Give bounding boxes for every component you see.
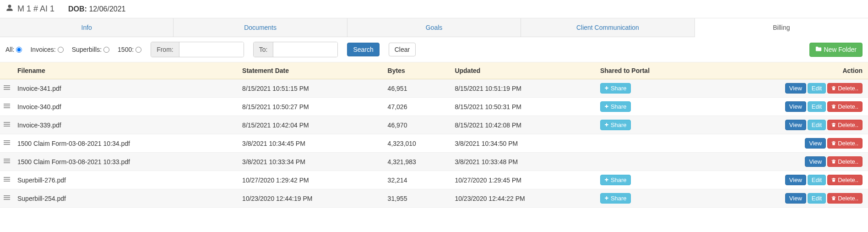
- tab-documents[interactable]: Documents: [174, 18, 347, 37]
- filter-radio-invoices[interactable]: Invoices:: [30, 46, 63, 53]
- cell-bytes: 46,970: [384, 116, 451, 134]
- view-button[interactable]: View: [785, 193, 806, 204]
- share-button[interactable]: Share: [600, 193, 631, 204]
- plus-icon: [604, 85, 609, 92]
- view-button[interactable]: View: [785, 83, 806, 94]
- view-button[interactable]: View: [805, 138, 826, 149]
- share-button[interactable]: Share: [600, 120, 631, 130]
- table-row: Invoice-341.pdf8/15/2021 10:51:15 PM46,9…: [0, 79, 868, 98]
- filter-radio-group: All:Invoices:Superbills:1500:: [5, 46, 141, 53]
- cell-updated: 8/15/2021 10:42:08 PM: [451, 116, 597, 134]
- filter-radio-input[interactable]: [136, 47, 141, 53]
- edit-button[interactable]: Edit: [808, 120, 826, 130]
- to-date-input[interactable]: [273, 42, 337, 57]
- column-header: Action: [703, 62, 868, 79]
- tab-billing[interactable]: Billing: [695, 18, 868, 37]
- tab-goals[interactable]: Goals: [347, 18, 521, 37]
- cell-statement_date: 8/15/2021 10:50:27 PM: [239, 98, 384, 116]
- drag-handle-cell: [0, 116, 14, 134]
- filter-radio-input[interactable]: [58, 47, 64, 53]
- edit-button[interactable]: Edit: [808, 83, 826, 94]
- drag-handle-icon[interactable]: [4, 103, 10, 109]
- table-row: Superbill-276.pdf10/27/2020 1:29:42 PM32…: [0, 171, 868, 189]
- cell-bytes: 4,323,010: [384, 134, 451, 153]
- cell-actions: View Delete..: [703, 134, 868, 153]
- view-button[interactable]: View: [785, 175, 806, 185]
- filter-radio-input[interactable]: [16, 47, 22, 53]
- cell-updated: 10/23/2020 12:44:22 PM: [451, 189, 597, 208]
- new-folder-button[interactable]: New Folder: [809, 43, 863, 57]
- filter-radio-superbills[interactable]: Superbills:: [72, 46, 109, 53]
- edit-button[interactable]: Edit: [808, 175, 826, 185]
- tab-client-communication[interactable]: Client Communication: [521, 18, 694, 37]
- view-button[interactable]: View: [785, 120, 806, 130]
- cell-filename: Superbill-276.pdf: [14, 171, 239, 189]
- client-name: M 1 # AI 1: [17, 4, 54, 14]
- plus-icon: [604, 195, 609, 202]
- cell-bytes: 47,026: [384, 98, 451, 116]
- view-button[interactable]: View: [805, 156, 826, 167]
- dob-value: 12/06/2021: [89, 5, 125, 13]
- from-date-input[interactable]: [179, 42, 244, 57]
- drag-handle-icon[interactable]: [4, 176, 10, 182]
- plus-icon: [604, 177, 609, 183]
- view-button[interactable]: View: [785, 101, 806, 112]
- filter-bar: All:Invoices:Superbills:1500: From: To: …: [0, 37, 868, 62]
- edit-button[interactable]: Edit: [808, 193, 826, 204]
- filter-radio-1500[interactable]: 1500:: [118, 46, 141, 53]
- to-label: To:: [254, 42, 274, 57]
- delete-button[interactable]: Delete..: [827, 120, 863, 130]
- delete-button[interactable]: Delete..: [827, 101, 863, 112]
- drag-handle-icon[interactable]: [4, 84, 10, 91]
- cell-statement_date: 3/8/2021 10:33:34 PM: [239, 153, 384, 171]
- filter-radio-all[interactable]: All:: [5, 46, 22, 53]
- folder-icon: [815, 46, 822, 54]
- filter-radio-input[interactable]: [103, 47, 109, 53]
- delete-button[interactable]: Delete..: [827, 193, 863, 204]
- trash-icon: [831, 103, 836, 110]
- cell-actions: ViewEdit Delete..: [703, 98, 868, 116]
- edit-button[interactable]: Edit: [808, 101, 826, 112]
- cell-filename: Invoice-339.pdf: [14, 116, 239, 134]
- filter-radio-label: Superbills:: [72, 46, 102, 53]
- cell-shared: [597, 153, 703, 171]
- drag-handle-icon[interactable]: [4, 121, 10, 127]
- cell-shared: Share: [597, 98, 703, 116]
- drag-handle-cell: [0, 171, 14, 189]
- drag-handle-cell: [0, 134, 14, 153]
- trash-icon: [831, 85, 836, 92]
- drag-handle-cell: [0, 98, 14, 116]
- cell-statement_date: 8/15/2021 10:42:04 PM: [239, 116, 384, 134]
- clear-button[interactable]: Clear: [389, 43, 416, 56]
- drag-handle-icon[interactable]: [4, 158, 10, 164]
- drag-handle-icon[interactable]: [4, 139, 10, 146]
- table-row: Superbill-254.pdf10/23/2020 12:44:19 PM3…: [0, 189, 868, 208]
- cell-filename: Superbill-254.pdf: [14, 189, 239, 208]
- delete-button[interactable]: Delete..: [827, 175, 863, 185]
- share-button[interactable]: Share: [600, 175, 631, 185]
- column-header: [0, 62, 14, 79]
- column-header: Shared to Portal: [597, 62, 703, 79]
- cell-statement_date: 3/8/2021 10:34:45 PM: [239, 134, 384, 153]
- from-date-wrap: From:: [151, 42, 244, 57]
- column-header: Updated: [451, 62, 597, 79]
- tab-info[interactable]: Info: [0, 18, 174, 37]
- trash-icon: [831, 195, 836, 202]
- trash-icon: [831, 158, 836, 165]
- cell-bytes: 4,321,983: [384, 153, 451, 171]
- delete-button[interactable]: Delete..: [827, 138, 863, 149]
- cell-shared: Share: [597, 171, 703, 189]
- delete-button[interactable]: Delete..: [827, 83, 863, 94]
- trash-icon: [831, 140, 836, 147]
- drag-handle-icon[interactable]: [4, 194, 10, 201]
- cell-updated: 8/15/2021 10:51:19 PM: [451, 79, 597, 98]
- dob-block: DOB: 12/06/2021: [68, 5, 125, 13]
- cell-actions: ViewEdit Delete..: [703, 189, 868, 208]
- delete-button[interactable]: Delete..: [827, 156, 863, 167]
- share-button[interactable]: Share: [600, 83, 631, 94]
- cell-filename: 1500 Claim Form-03-08-2021 10:33.pdf: [14, 153, 239, 171]
- share-button[interactable]: Share: [600, 101, 631, 112]
- filter-radio-label: 1500:: [118, 46, 134, 53]
- search-button[interactable]: Search: [347, 43, 379, 56]
- cell-actions: ViewEdit Delete..: [703, 171, 868, 189]
